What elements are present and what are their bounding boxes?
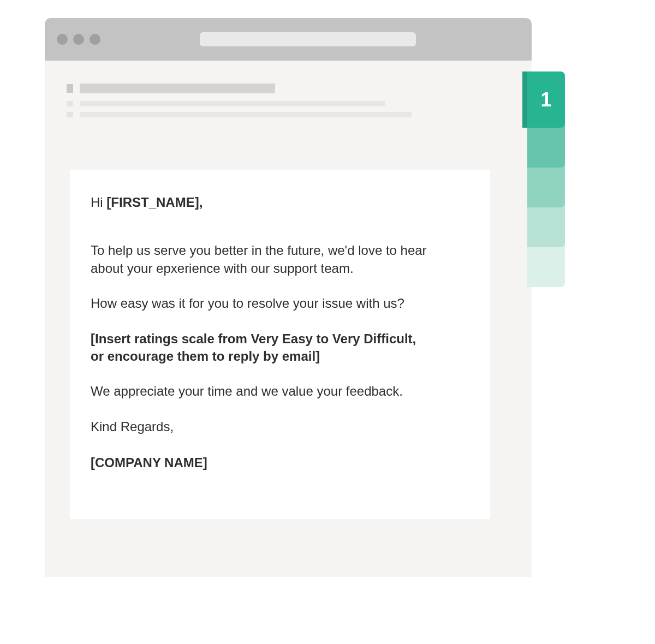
browser-titlebar: [45, 18, 532, 61]
browser-window: Hi [FIRST_NAME], To help us serve you be…: [45, 18, 532, 577]
email-intro: To help us serve you better in the futur…: [91, 242, 429, 277]
tab-label: 1: [540, 88, 551, 111]
email-appreciation: We appreciate your time and we value you…: [91, 383, 429, 400]
email-signoff: Kind Regards,: [91, 418, 429, 436]
greeting-token: [FIRST_NAME],: [106, 195, 203, 210]
skeleton-bar: [80, 101, 385, 106]
address-bar[interactable]: [200, 32, 416, 46]
window-dot-icon: [73, 34, 84, 45]
window-dot-icon: [57, 34, 68, 45]
side-tab-1[interactable]: 1: [527, 71, 565, 128]
skeleton-bar: [80, 84, 275, 93]
email-header-skeleton: [67, 84, 412, 123]
skeleton-bullet: [67, 84, 73, 93]
skeleton-bullet: [67, 101, 73, 106]
window-dot-icon: [90, 34, 100, 45]
skeleton-bullet: [67, 112, 73, 117]
skeleton-bar: [80, 112, 412, 117]
email-rating-placeholder: [Insert ratings scale from Very Easy to …: [91, 330, 429, 366]
window-controls: [57, 34, 100, 45]
email-question: How easy was it for you to resolve your …: [91, 295, 429, 312]
spacer: [91, 229, 429, 242]
stage: 1: [0, 0, 655, 644]
greeting-prefix: Hi: [91, 195, 106, 210]
email-sender: [COMPANY NAME]: [91, 454, 429, 472]
email-content-card: Hi [FIRST_NAME], To help us serve you be…: [70, 170, 490, 519]
email-greeting: Hi [FIRST_NAME],: [91, 194, 429, 211]
email-body: Hi [FIRST_NAME], To help us serve you be…: [91, 194, 429, 472]
